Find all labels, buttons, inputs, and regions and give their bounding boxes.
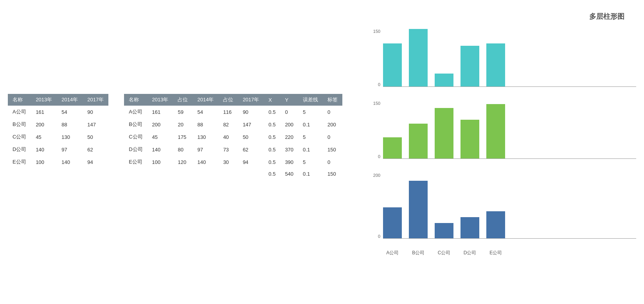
charts-container: 150 0 <box>367 25 636 256</box>
chart-teal: 150 0 <box>367 25 636 95</box>
teal-bar-E <box>486 25 505 87</box>
table-row: B公司20088147 <box>8 118 108 131</box>
green-bars-area <box>383 97 636 167</box>
table1-col-name: 名称 <box>8 94 31 106</box>
teal-ymax: 150 <box>367 29 380 34</box>
table-row: E公司10014094 <box>8 156 108 168</box>
blue-bar-A <box>383 169 402 239</box>
green-bar-C <box>435 97 453 159</box>
x-label-A: A公司 <box>383 250 402 256</box>
table1: 名称 2013年 2014年 2017年 A公司1615490B公司200881… <box>8 94 108 168</box>
table-row: A公司1615954116900.5050 <box>124 106 342 118</box>
green-bar-D <box>461 97 479 159</box>
green-yzero: 0 <box>367 154 380 159</box>
teal-yzero: 0 <box>367 82 380 87</box>
chart-blue: 200 0 <box>367 169 636 247</box>
table-row: C公司4517513040500.522050 <box>124 131 342 143</box>
teal-bar-D <box>461 25 479 87</box>
table1-col-2017: 2017年 <box>83 94 108 106</box>
table-row: D公司140809773620.53700.1150 <box>124 143 342 156</box>
x-label-B: B公司 <box>409 250 428 256</box>
table2: 名称2013年占位2014年占位2017年XY误差线标签 A公司16159541… <box>124 94 359 180</box>
table-row: B公司2002088821470.52000.1200 <box>124 118 342 131</box>
table-row: A公司1615490 <box>8 106 108 118</box>
blue-bars-area <box>383 169 636 247</box>
table1-col-2014: 2014年 <box>57 94 83 106</box>
blue-bar-C <box>435 169 453 239</box>
x-label-C: C公司 <box>435 250 453 256</box>
tables-section: 名称 2013年 2014年 2017年 A公司1615490B公司200881… <box>8 8 359 296</box>
table1-col-2013: 2013年 <box>31 94 57 106</box>
blue-bar-D <box>461 169 479 239</box>
chart-title: 多层柱形图 <box>589 12 636 21</box>
chart-green: 150 0 <box>367 97 636 167</box>
blue-yzero: 0 <box>367 234 380 239</box>
green-bar-E <box>486 97 505 159</box>
blue-bar-E <box>486 169 505 239</box>
teal-bar-B <box>409 25 428 87</box>
green-bar-A <box>383 97 402 159</box>
x-label-D: D公司 <box>461 250 479 256</box>
table-row: C公司4513050 <box>8 131 108 143</box>
blue-bar-B <box>409 169 428 239</box>
teal-bar-A <box>383 25 402 87</box>
blue-ymax: 200 <box>367 173 380 178</box>
green-bar-B <box>409 97 428 159</box>
chart-section: 多层柱形图 150 0 <box>359 8 636 296</box>
x-label-E: E公司 <box>486 250 505 256</box>
table-row: 0.55400.1150 <box>124 168 342 180</box>
table-row: E公司10012014030940.539050 <box>124 156 342 168</box>
x-axis-labels: A公司 B公司 C公司 D公司 E公司 <box>383 249 636 256</box>
teal-bars-area <box>383 25 636 95</box>
table-row: D公司1409762 <box>8 143 108 156</box>
teal-bar-C <box>435 25 453 87</box>
green-ymax: 150 <box>367 101 380 106</box>
